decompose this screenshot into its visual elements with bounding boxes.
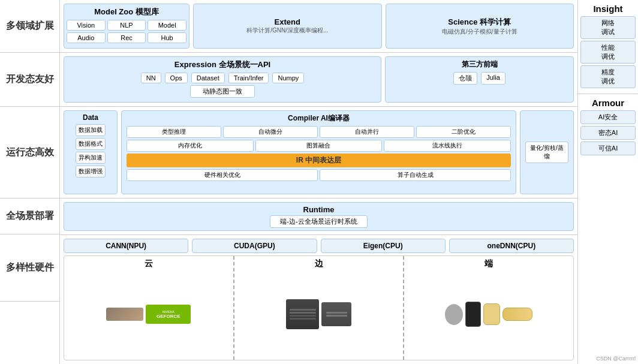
third-frontend-box: 第三方前端 仓颉 Julia	[385, 56, 574, 103]
hw-npu-chip	[106, 308, 143, 321]
row3: Data 数据加载 数据格式 异构加速 数据增强 Compiler AI编译器 …	[60, 107, 577, 198]
model-zoo-grid: Vision NLP Model Audio Rec Hub	[67, 20, 186, 43]
data-load: 数据加载	[76, 124, 106, 136]
mz-hub: Hub	[148, 32, 186, 43]
data-augment: 数据增强	[76, 166, 106, 178]
left-labels: 多领域扩展 开发态友好 运行态高效 全场景部署 多样性硬件	[0, 0, 60, 364]
right-armour-section: Armour AI安全 密态AI 可信AI	[578, 94, 638, 161]
insight-perf: 性能调优	[580, 41, 636, 64]
hw-earphones	[445, 304, 463, 325]
quantize-box: 量化/剪枝/蒸馏	[520, 110, 574, 194]
hw-end: 端	[404, 256, 573, 360]
data-title: Data	[83, 113, 98, 122]
expr-ops: Ops	[165, 73, 188, 83]
center-area: Model Zoo 模型库 Vision NLP Model Audio Rec…	[60, 0, 578, 364]
insight-network: 网络调试	[580, 16, 636, 39]
data-box: Data 数据加载 数据格式 异构加速 数据增强	[64, 110, 118, 194]
runtime-box: Runtime 端-边-云全场景运行时系统	[64, 202, 574, 231]
hw-onednn: oneDNN(CPU)	[449, 239, 574, 253]
expr-nn: NN	[141, 73, 161, 83]
hw-end-images	[445, 271, 532, 357]
hw-bottom: 云 NVIDIA GEFORCE 边	[64, 255, 574, 360]
compiler-row2: 内存优化 图算融合 流水线执行	[127, 140, 511, 152]
extend-box: Extend 科学计算/GNN/深度概率编程...	[193, 4, 382, 49]
data-accel: 异构加速	[76, 152, 106, 164]
science-sub: 电磁仿真/分子模拟/量子计算	[442, 28, 517, 36]
main-container: 多领域扩展 开发态友好 运行态高效 全场景部署 多样性硬件 Model Zoo …	[0, 0, 638, 364]
runtime-title: Runtime	[303, 205, 335, 214]
expression-items: NN Ops Dataset Train/Infer Numpy	[141, 73, 305, 83]
compiler-title: Compiler AI编译器	[288, 113, 350, 124]
comp-mem: 内存优化	[127, 140, 254, 152]
expression-box: Expression 全场景统一API NN Ops Dataset Train…	[64, 56, 381, 103]
compiler-box: Compiler AI编译器 类型推理 自动微分 自动并行 二阶优化 内存优化 …	[121, 110, 516, 194]
hw-watch	[483, 303, 500, 325]
hw-band	[502, 308, 532, 321]
hw-end-title: 端	[484, 258, 493, 269]
armour-title: Armour	[580, 98, 636, 108]
comp-type: 类型推理	[127, 126, 221, 138]
expression-title: Expression 全场景统一API	[174, 59, 270, 70]
mz-vision: Vision	[67, 20, 106, 31]
csdn-watermark: CSDN @Carrrrrl	[596, 356, 636, 362]
hw-cloud: 云 NVIDIA GEFORCE	[64, 256, 234, 360]
row5-label: 多样性硬件	[0, 234, 59, 302]
hw-cloud-images: NVIDIA GEFORCE	[106, 271, 191, 357]
data-format: 数据格式	[76, 138, 106, 150]
hw-cloud-title: 云	[145, 258, 153, 269]
armour-ai-security: AI安全	[580, 110, 636, 124]
expr-bottom: 动静态图一致	[190, 85, 255, 98]
mz-nlp: NLP	[107, 20, 146, 31]
comp-op-gen: 算子自动生成	[320, 169, 511, 181]
extend-title: Extend	[275, 17, 300, 26]
third-items: 仓颉 Julia	[453, 72, 505, 85]
hw-edge: 边	[234, 256, 405, 360]
extend-sub: 科学计算/GNN/深度概率编程...	[246, 26, 328, 35]
comp-graph: 图算融合	[255, 140, 383, 152]
hw-router	[321, 302, 351, 326]
comp-second-opt: 二阶优化	[416, 126, 511, 138]
ir-bar: IR 中间表达层	[127, 154, 511, 167]
row3-label: 运行态高效	[0, 107, 59, 198]
row4: Runtime 端-边-云全场景运行时系统	[60, 198, 577, 235]
right-insight-section: Insight 网络调试 性能调优 精度调优	[578, 0, 638, 94]
model-zoo-title: Model Zoo 模型库	[94, 7, 159, 17]
compiler-grid: 类型推理 自动微分 自动并行 二阶优化	[127, 126, 511, 138]
mz-audio: Audio	[67, 32, 106, 43]
hw-edge-images	[286, 271, 351, 357]
row4-label: 全场景部署	[0, 198, 59, 234]
insight-title: Insight	[580, 4, 636, 14]
mz-rec: Rec	[107, 32, 146, 43]
row1-label: 多领域扩展	[0, 0, 59, 53]
hw-cuda: CUDA(GPU)	[192, 239, 317, 253]
row2: Expression 全场景统一API NN Ops Dataset Train…	[60, 53, 577, 107]
row2-label: 开发态友好	[0, 53, 59, 107]
insight-accuracy: 精度调优	[580, 65, 636, 88]
hw-top: CANN(NPU) CUDA(GPU) Eigen(CPU) oneDNN(CP…	[64, 239, 574, 253]
science-box: Science 科学计算 电磁仿真/分子模拟/量子计算	[386, 4, 574, 49]
mz-model: Model	[148, 20, 186, 31]
comp-auto-diff: 自动微分	[223, 126, 318, 138]
hw-eigen: Eigen(CPU)	[321, 239, 446, 253]
comp-auto-par: 自动并行	[320, 126, 414, 138]
comp-pipeline: 流水线执行	[384, 140, 511, 152]
hw-cann: CANN(NPU)	[64, 239, 188, 253]
hw-edge-title: 边	[315, 258, 323, 269]
third-title: 第三方前端	[462, 59, 498, 70]
comp-hw-opt: 硬件相关优化	[127, 169, 318, 181]
armour-crypto-ai: 密态AI	[580, 126, 636, 140]
data-items: 数据加载 数据格式 异构加速 数据增强	[76, 124, 106, 178]
quantize-item: 量化/剪枝/蒸馏	[525, 142, 568, 163]
third-cangjie: 仓颉	[453, 72, 477, 85]
row1: Model Zoo 模型库 Vision NLP Model Audio Rec…	[60, 0, 577, 53]
hw-phone	[465, 302, 481, 327]
hw-geforce-card: NVIDIA GEFORCE	[146, 305, 191, 324]
runtime-sub: 端-边-云全场景运行时系统	[270, 215, 367, 228]
science-title: Science 科学计算	[448, 17, 511, 28]
hw-server-rack	[286, 299, 319, 329]
expr-train: Train/Infer	[228, 73, 269, 83]
armour-trusted-ai: 可信AI	[580, 142, 636, 155]
compiler-bottom: 硬件相关优化 算子自动生成	[127, 169, 511, 181]
right-panel: Insight 网络调试 性能调优 精度调优 Armour AI安全 密态AI …	[578, 0, 638, 364]
third-julia: Julia	[481, 72, 505, 85]
